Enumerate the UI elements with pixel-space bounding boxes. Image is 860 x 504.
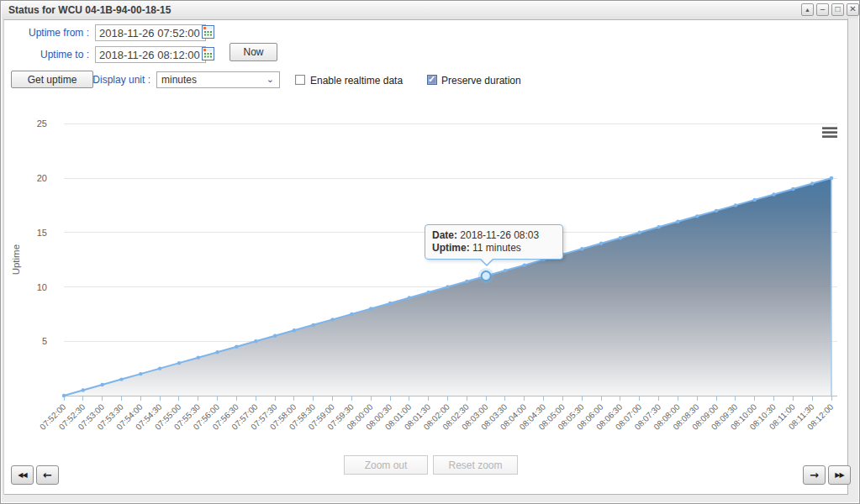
tooltip-uptime-value: 11 minutes [472,242,521,254]
uptime-to-label: Uptime to : [5,49,89,60]
display-unit-select[interactable]: minutes ⌄ [156,71,280,88]
tooltip-uptime-label: Uptime: [432,242,470,254]
chart-tooltip: Date: 2018-11-26 08:03 Uptime: 11 minute… [425,224,563,260]
tooltip-date-value: 2018-11-26 08:03 [460,229,539,241]
zoom-out-button[interactable]: Zoom out [344,455,428,475]
minimize-icon: − [820,4,825,14]
now-button[interactable]: Now [230,43,277,61]
reset-zoom-button[interactable]: Reset zoom [433,455,518,475]
chevron-down-icon: ⌄ [266,72,274,87]
window-title: Status for WCU 04-1B-94-00-18-15 [8,4,171,16]
get-uptime-button[interactable]: Get uptime [11,71,93,88]
shade-icon: ▲ [805,7,810,13]
window-titlebar[interactable]: Status for WCU 04-1B-94-00-18-15 [2,2,858,20]
tooltip-date-label: Date: [432,229,457,241]
enable-realtime-label: Enable realtime data [310,75,403,87]
preserve-duration-checkbox[interactable] [427,75,437,85]
uptime-chart[interactable]: 510152025Uptime07:52:0007:52:3007:53:000… [1,97,860,454]
svg-text:10: 10 [37,282,47,292]
nav-next-button[interactable]: → [803,465,826,485]
maximize-icon: □ [835,4,840,13]
nav-first-button[interactable]: ◀◀ [11,465,34,485]
svg-text:Uptime: Uptime [11,244,21,275]
uptime-from-input[interactable] [95,24,206,41]
window-bottom-border [2,494,848,502]
shade-window-button[interactable]: ▲ [801,3,814,16]
calendar-icon[interactable] [202,47,214,60]
svg-text:20: 20 [37,173,47,183]
nav-prev-button[interactable]: ← [36,465,59,485]
svg-text:15: 15 [37,228,47,238]
preserve-duration-label: Preserve duration [441,75,521,87]
display-unit-label: Display unit : [92,74,150,86]
enable-realtime-checkbox[interactable] [295,75,305,85]
display-unit-value: minutes [161,74,197,86]
status-window: Status for WCU 04-1B-94-00-18-15 ▲ − □ ✕… [0,0,860,504]
svg-text:25: 25 [37,118,47,129]
close-icon: ✕ [849,4,856,13]
svg-text:5: 5 [42,336,47,346]
close-window-button[interactable]: ✕ [847,3,859,16]
calendar-icon[interactable] [202,25,214,39]
minimize-window-button[interactable]: − [816,3,829,16]
chart-menu-hamburger-icon[interactable] [822,126,837,139]
nav-last-button[interactable]: ▶▶ [828,465,851,485]
maximize-window-button[interactable]: □ [831,3,844,16]
uptime-from-label: Uptime from : [5,27,89,39]
uptime-to-input[interactable] [95,46,206,63]
